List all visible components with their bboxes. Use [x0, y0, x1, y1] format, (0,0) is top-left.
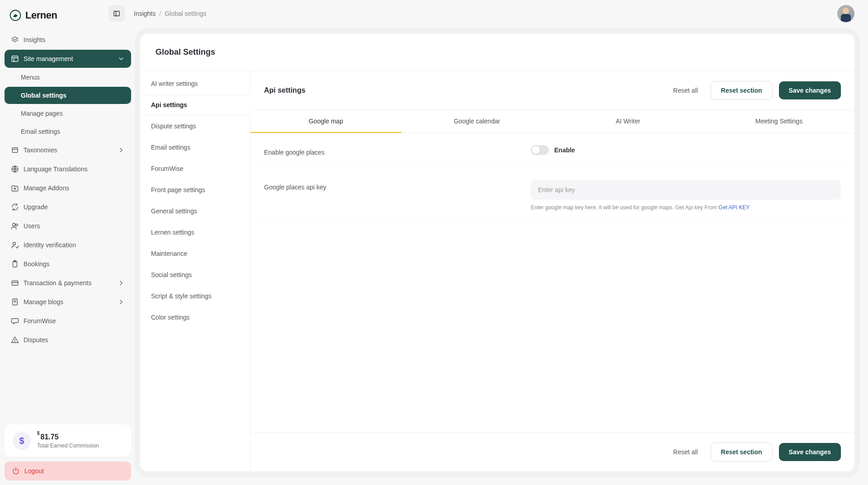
- enable-places-label: Enable google places: [264, 145, 517, 156]
- sidebar-item-global-settings[interactable]: Global settings: [5, 87, 131, 104]
- svg-rect-24: [114, 11, 119, 16]
- settings-nav-color[interactable]: Color settings: [140, 307, 250, 328]
- panel-title: Global Settings: [156, 47, 841, 57]
- logout-button[interactable]: Logout: [5, 461, 131, 480]
- layout-icon: [11, 55, 19, 63]
- settings-nav-general[interactable]: General settings: [140, 201, 250, 222]
- logo-icon: [9, 9, 22, 22]
- commission-card: $ $81.75 Total Earned Commission: [5, 424, 131, 457]
- settings-nav-maintenance[interactable]: Maintenance: [140, 243, 250, 264]
- sidebar-item-label: Insights: [24, 36, 45, 43]
- reset-section-button[interactable]: Reset section: [711, 81, 773, 100]
- svg-marker-1: [12, 37, 18, 40]
- main-content: Global Settings AI writer settings Api s…: [136, 0, 868, 485]
- sidebar-item-upgrade[interactable]: Upgrade: [5, 198, 131, 216]
- chat-icon: [11, 317, 19, 325]
- sidebar-item-label: Transaction & payments: [24, 279, 91, 287]
- api-key-label: Google places api key: [264, 180, 517, 211]
- sidebar-item-bookings[interactable]: Bookings: [5, 255, 131, 273]
- settings-nav-ai-writer[interactable]: AI writer settings: [140, 71, 250, 94]
- tabs: Google map Google calendar AI Writer Mee…: [250, 110, 854, 133]
- sidebar-item-language-translations[interactable]: Language Translations: [5, 160, 131, 178]
- sidebar-item-forumwise[interactable]: ForumWise: [5, 312, 131, 330]
- get-api-key-link[interactable]: Get API KEY: [719, 204, 750, 211]
- chevron-down-icon: [118, 55, 125, 62]
- sidebar-item-label: Manage blogs: [24, 298, 63, 306]
- sidebar-item-label: ForumWise: [24, 317, 56, 325]
- sidebar-item-disputes[interactable]: Disputes: [5, 331, 131, 349]
- sidebar-item-site-management[interactable]: Site management: [5, 50, 131, 68]
- tab-google-calendar[interactable]: Google calendar: [401, 110, 552, 133]
- svg-rect-5: [12, 148, 18, 153]
- tab-meeting-settings[interactable]: Meeting Settings: [703, 110, 854, 133]
- form-row-api-key: Google places api key Enter google map k…: [250, 168, 854, 223]
- settings-nav-social[interactable]: Social settings: [140, 264, 250, 286]
- users-icon: [11, 222, 19, 230]
- sidebar-item-label: Manage pages: [21, 110, 63, 117]
- panel-icon: [113, 9, 121, 18]
- sidebar-item-manage-addons[interactable]: Manage Addons: [5, 179, 131, 197]
- reset-all-button[interactable]: Reset all: [667, 82, 704, 99]
- settings-nav-dispute-settings[interactable]: Dispute settings: [140, 116, 250, 137]
- alert-icon: [11, 336, 19, 344]
- clipboard-icon: [11, 260, 19, 268]
- settings-nav-lernen[interactable]: Lernen settings: [140, 222, 250, 243]
- sidebar-item-email-settings[interactable]: Email settings: [5, 123, 131, 140]
- power-icon: [12, 467, 20, 475]
- logout-label: Logout: [24, 467, 44, 475]
- footer-actions: Reset all Reset section Save changes: [250, 432, 854, 471]
- svg-point-13: [13, 242, 16, 245]
- enable-places-toggle[interactable]: [531, 145, 549, 155]
- plus-folder-icon: [11, 184, 19, 192]
- panel-header: Global Settings: [140, 34, 854, 71]
- sidebar-item-menus[interactable]: Menus: [5, 69, 131, 86]
- settings-nav-email-settings[interactable]: Email settings: [140, 137, 250, 158]
- enable-places-toggle-label: Enable: [554, 146, 575, 154]
- api-key-helper: Enter google map key here. It will be us…: [531, 204, 841, 211]
- sidebar-item-taxonomies[interactable]: Taxonomies: [5, 141, 131, 159]
- tab-google-map[interactable]: Google map: [250, 110, 401, 133]
- sidebar-item-identity-verification[interactable]: Identity verification: [5, 236, 131, 254]
- reset-all-button-footer[interactable]: Reset all: [667, 444, 704, 460]
- sidebar-item-transaction-payments[interactable]: Transaction & payments: [5, 274, 131, 292]
- reset-section-button-footer[interactable]: Reset section: [711, 443, 773, 461]
- api-key-input[interactable]: [531, 180, 841, 200]
- sidebar-toggle-button[interactable]: [108, 5, 125, 22]
- sidebar-item-manage-pages[interactable]: Manage pages: [5, 105, 131, 122]
- credit-card-icon: [11, 279, 19, 287]
- sidebar: Lernen Insights Site management Menus Gl…: [0, 0, 136, 485]
- settings-panel: Global Settings AI writer settings Api s…: [140, 34, 854, 471]
- save-changes-button-footer[interactable]: Save changes: [779, 443, 841, 461]
- sidebar-item-manage-blogs[interactable]: Manage blogs: [5, 293, 131, 311]
- chevron-right-icon: [118, 298, 125, 306]
- sidebar-item-insights[interactable]: Insights: [5, 31, 131, 49]
- sidebar-item-label: Identity verification: [24, 241, 76, 249]
- settings-nav-forumwise[interactable]: ForumWise: [140, 158, 250, 179]
- sidebar-item-label: Manage Addons: [24, 184, 69, 192]
- chevron-right-icon: [118, 146, 125, 154]
- sidebar-item-label: Global settings: [21, 92, 66, 99]
- settings-nav-script-style[interactable]: Script & style settings: [140, 286, 250, 307]
- sidebar-item-label: Site management: [24, 55, 73, 62]
- dollar-icon: $: [13, 432, 31, 450]
- settings-content: Api settings Reset all Reset section Sav…: [250, 71, 854, 471]
- sidebar-item-label: Language Translations: [24, 165, 88, 173]
- sidebar-item-users[interactable]: Users: [5, 217, 131, 235]
- sidebar-item-label: Users: [24, 222, 40, 230]
- save-changes-button[interactable]: Save changes: [779, 81, 841, 99]
- brand-name: Lernen: [25, 9, 57, 21]
- sidebar-item-label: Bookings: [24, 260, 50, 268]
- section-title: Api settings: [264, 86, 660, 94]
- settings-nav-front-page[interactable]: Front page settings: [140, 179, 250, 201]
- svg-rect-2: [12, 56, 18, 61]
- sidebar-item-label: Menus: [21, 74, 40, 81]
- sidebar-item-label: Upgrade: [24, 203, 48, 211]
- chevron-right-icon: [118, 279, 125, 287]
- commission-amount: $81.75: [37, 433, 99, 441]
- commission-label: Total Earned Commission: [37, 443, 99, 449]
- tab-ai-writer[interactable]: AI Writer: [552, 110, 703, 133]
- sidebar-item-label: Disputes: [24, 336, 48, 344]
- sidebar-item-label: Taxonomies: [24, 146, 57, 154]
- settings-nav: AI writer settings Api settings Dispute …: [140, 71, 250, 471]
- settings-nav-api-settings[interactable]: Api settings: [140, 94, 250, 116]
